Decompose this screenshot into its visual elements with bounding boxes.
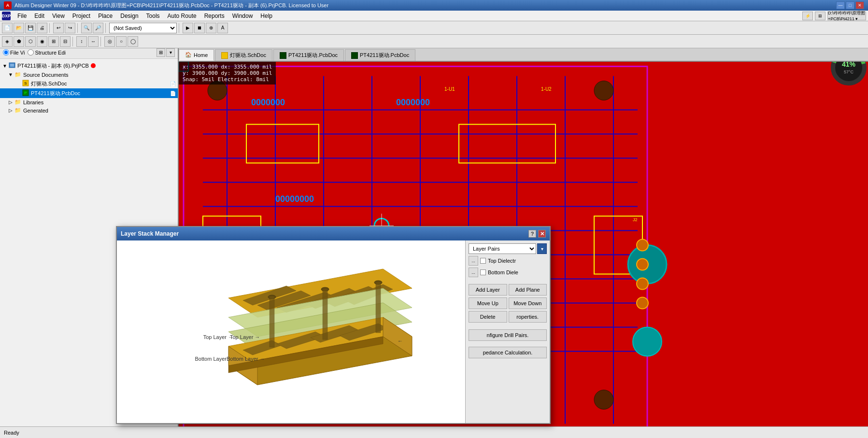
view-icon2[interactable]: ▾ bbox=[166, 48, 175, 57]
stop-button[interactable]: ⏹ bbox=[194, 23, 205, 33]
dialog-help-button[interactable]: ? bbox=[528, 230, 536, 238]
bottom-dielectric-dots-button[interactable]: ... bbox=[469, 268, 478, 277]
move-down-button[interactable]: Move Down bbox=[509, 297, 547, 309]
path-display: D:\咋咋咋咋\原理图+PCB\Pt4211 ▾ bbox=[827, 12, 866, 20]
structure-view-radio[interactable]: Structure Edi bbox=[28, 49, 66, 56]
layer-stack-dialog: Layer Stack Manager ? ✕ Top Layer → Bott… bbox=[116, 226, 551, 424]
menu-autoroute[interactable]: Auto Route bbox=[164, 12, 200, 20]
project-tree: ▼ PT4211驱动 - 副本 (6).PrjPCB ▼ 📁 Source Do… bbox=[0, 59, 178, 116]
tab-pcbdoc-2[interactable]: PT4211驱动.PcbDoc bbox=[345, 49, 415, 61]
tree-item-schdoc[interactable]: ▷ S 灯驱动.SchDoc 📄 bbox=[0, 79, 178, 88]
dialog-controls: ? ✕ bbox=[528, 230, 546, 238]
impedance-calculation-button[interactable]: pedance Calculation. bbox=[469, 347, 547, 358]
sch-file-badge: 📄 bbox=[170, 81, 176, 86]
tree-item-pcbdoc[interactable]: ▷ P PT4211驱动.PcbDoc 📄 bbox=[0, 88, 178, 98]
open-button[interactable]: 📂 bbox=[14, 23, 24, 33]
top-dielectric-checkbox[interactable] bbox=[480, 258, 486, 264]
svg-text:0000000: 0000000 bbox=[396, 98, 430, 107]
menu-place[interactable]: Place bbox=[94, 12, 116, 20]
svg-point-56 bbox=[637, 240, 648, 251]
tb2-misc3[interactable]: ◯ bbox=[128, 36, 138, 47]
tb2-btn2[interactable]: ⬟ bbox=[14, 36, 24, 47]
bottom-dielectric-checkbox[interactable] bbox=[480, 269, 486, 275]
tb2-btn1[interactable]: ◈ bbox=[2, 36, 13, 47]
menu-project[interactable]: Project bbox=[69, 12, 94, 20]
svg-text:1-U2: 1-U2 bbox=[541, 86, 552, 92]
dropdown-arrow-button[interactable]: ▾ bbox=[537, 243, 547, 254]
svg-text:0000000: 0000000 bbox=[251, 98, 285, 107]
menu-edit[interactable]: Edit bbox=[30, 12, 48, 20]
save-button[interactable]: 💾 bbox=[25, 23, 36, 33]
tb2-misc2[interactable]: ○ bbox=[116, 36, 127, 47]
redo-button[interactable]: ↪ bbox=[65, 23, 75, 33]
menu-window[interactable]: Window bbox=[228, 12, 257, 20]
properties-button[interactable]: roperties. bbox=[509, 311, 547, 323]
zoom-in-button[interactable]: 🔍 bbox=[81, 23, 92, 33]
sep-tb2-2 bbox=[100, 37, 102, 46]
menu-help[interactable]: Help bbox=[256, 12, 276, 20]
menu-view[interactable]: View bbox=[48, 12, 69, 20]
cpu-temp: 57°C bbox=[844, 70, 854, 74]
new-button[interactable]: 📄 bbox=[2, 23, 13, 33]
tb2-btn5[interactable]: ⊞ bbox=[48, 36, 59, 47]
layer-pairs-select[interactable]: Layer Pairs bbox=[469, 243, 536, 254]
tab-home[interactable]: 🏠 Home bbox=[179, 49, 214, 61]
menu-tools[interactable]: Tools bbox=[142, 12, 164, 20]
toolbar-icon-1[interactable]: ⚡ bbox=[802, 12, 813, 20]
dialog-close-button[interactable]: ✕ bbox=[538, 230, 546, 238]
tree-item-libraries[interactable]: ▷ 📁 Libraries bbox=[0, 98, 178, 106]
tb2-route1[interactable]: ↕ bbox=[76, 36, 87, 47]
dialog-preview-area: Top Layer → Bottom Layer → bbox=[117, 240, 465, 423]
tab-schdoc[interactable]: 灯驱动.SchDoc bbox=[215, 49, 272, 61]
sep-3 bbox=[105, 23, 107, 33]
generated-folder-icon: 📁 bbox=[14, 107, 21, 113]
configure-drill-pairs-button[interactable]: nfigure Drill Pairs. bbox=[469, 329, 547, 341]
menu-design[interactable]: Design bbox=[116, 12, 142, 20]
maximize-button[interactable]: □ bbox=[846, 1, 854, 9]
minimize-button[interactable]: — bbox=[836, 1, 845, 9]
save-state-select[interactable]: (Not Saved) bbox=[109, 23, 177, 33]
add-plane-button[interactable]: Add Plane bbox=[509, 284, 547, 296]
close-button[interactable]: ✕ bbox=[855, 1, 864, 9]
zoom-out-button[interactable]: 🔎 bbox=[93, 23, 103, 33]
menu-file[interactable]: File bbox=[14, 12, 30, 20]
spacer-3 bbox=[469, 343, 547, 345]
sep-1 bbox=[49, 23, 51, 33]
view-icon1[interactable]: ⊞ bbox=[157, 48, 165, 57]
status-text: Ready bbox=[4, 430, 19, 436]
tree-libraries-label: Libraries bbox=[23, 99, 43, 105]
cursor-button[interactable]: ⊕ bbox=[206, 23, 216, 33]
tb2-btn6[interactable]: ⊟ bbox=[60, 36, 71, 47]
delete-button[interactable]: Delete bbox=[469, 311, 507, 323]
svg-rect-1 bbox=[10, 64, 14, 67]
tb2-btn4[interactable]: ◉ bbox=[37, 36, 47, 47]
tb2-route2[interactable]: ↔ bbox=[88, 36, 99, 47]
svg-rect-102 bbox=[376, 282, 381, 333]
top-dielectric-dots-button[interactable]: ... bbox=[469, 256, 478, 266]
source-expand-icon: ▼ bbox=[8, 72, 14, 77]
pcb-file-icon: P bbox=[22, 89, 29, 97]
tree-item-generated[interactable]: ▷ 📁 Generated bbox=[0, 106, 178, 114]
tab-pcbdoc-1[interactable]: PT4211驱动.PcbDoc bbox=[273, 49, 344, 61]
tree-item-project[interactable]: ▼ PT4211驱动 - 副本 (6).PrjPCB bbox=[0, 61, 178, 71]
tree-generated-label: Generated bbox=[23, 108, 48, 113]
text-button[interactable]: A bbox=[217, 23, 228, 33]
tree-item-source-docs[interactable]: ▼ 📁 Source Documents bbox=[0, 71, 178, 79]
run-button[interactable]: ▶ bbox=[183, 23, 193, 33]
tb2-misc1[interactable]: ◎ bbox=[104, 36, 115, 47]
coord-x: x: 3355.000 dx: 3355.000 mil bbox=[183, 64, 272, 70]
undo-button[interactable]: ↩ bbox=[53, 23, 64, 33]
sep-2 bbox=[77, 23, 79, 33]
tab-pcbdoc1-label: PT4211驱动.PcbDoc bbox=[288, 52, 338, 59]
move-up-button[interactable]: Move Up bbox=[469, 297, 507, 309]
file-view-radio[interactable]: File Vi bbox=[3, 49, 25, 56]
add-layer-button[interactable]: Add Layer bbox=[469, 284, 507, 296]
spacer-1 bbox=[469, 279, 547, 282]
tb2-btn3[interactable]: ⬡ bbox=[25, 36, 36, 47]
pcb-file-badge: 📄 bbox=[170, 91, 176, 96]
toolbar-icon-2[interactable]: ⊞ bbox=[815, 12, 825, 20]
project-icon bbox=[9, 62, 15, 70]
print-button[interactable]: 🖨 bbox=[37, 23, 47, 33]
pcbdoc1-tab-icon bbox=[280, 52, 286, 59]
menu-reports[interactable]: Reports bbox=[200, 12, 228, 20]
